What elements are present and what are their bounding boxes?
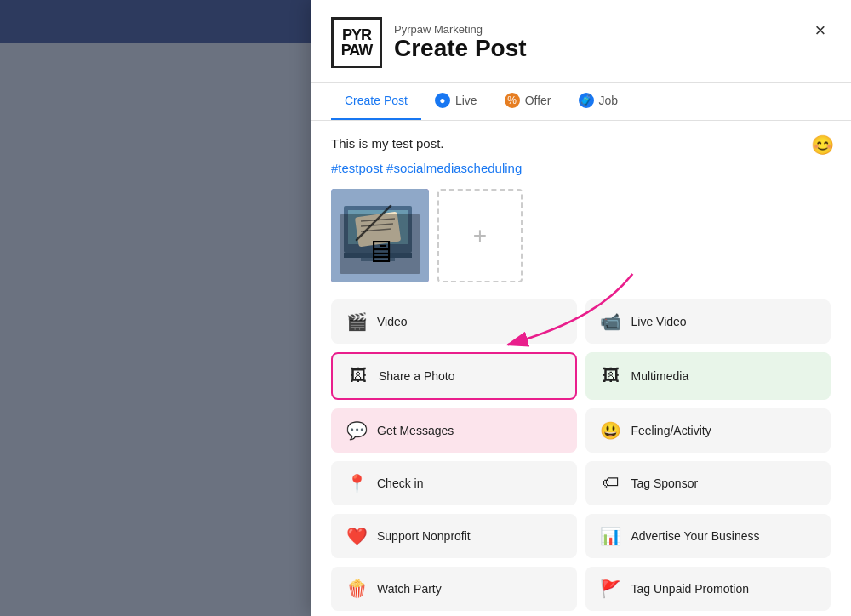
tag-sponsor-icon: 🏷: [599, 471, 623, 495]
tab-create-post-label: Create Post: [345, 94, 408, 107]
advertise-icon: 📊: [599, 524, 623, 548]
option-tag-sponsor-label: Tag Sponsor: [631, 476, 699, 490]
option-get-messages[interactable]: 💬 Get Messages: [331, 408, 577, 453]
svg-line-8: [361, 229, 391, 231]
tab-live-label: Live: [455, 94, 477, 107]
check-in-icon: 📍: [345, 471, 368, 495]
modal-title-block: Pyrpaw Marketing Create Post: [394, 23, 527, 62]
svg-line-6: [361, 219, 395, 221]
option-live-video-label: Live Video: [631, 315, 687, 328]
support-nonprofit-icon: ❤️: [345, 524, 368, 548]
tab-job[interactable]: 🧳 Job: [565, 83, 632, 120]
create-post-modal: PYR PAW Pyrpaw Marketing Create Post × C…: [311, 0, 851, 616]
option-feeling-activity[interactable]: 😃 Feeling/Activity: [585, 408, 831, 453]
watch-party-icon: 🍿: [345, 577, 368, 601]
add-icon: +: [473, 222, 487, 249]
brand-subtitle: Pyrpaw Marketing: [394, 23, 527, 36]
option-advertise[interactable]: 📊 Advertise Your Business: [585, 514, 831, 558]
photo-svg: [331, 189, 429, 282]
tab-live[interactable]: ● Live: [421, 83, 491, 120]
modal-body: 😊 This is my test post. #testpost #socia…: [311, 121, 851, 616]
job-tab-icon: 🧳: [579, 93, 594, 108]
live-tab-icon: ●: [435, 93, 450, 108]
multimedia-icon: 🖼: [599, 364, 623, 388]
option-multimedia-label: Multimedia: [631, 369, 689, 383]
option-feeling-label: Feeling/Activity: [631, 424, 711, 437]
option-share-photo[interactable]: 🖼 Share a Photo: [331, 352, 577, 400]
option-tag-unpaid[interactable]: 🚩 Tag Unpaid Promotion: [585, 567, 831, 611]
option-live-video[interactable]: 📹 Live Video: [585, 299, 831, 344]
tag-unpaid-icon: 🚩: [599, 577, 623, 601]
tab-offer-label: Offer: [525, 94, 551, 107]
option-support-nonprofit-label: Support Nonprofit: [377, 529, 471, 543]
option-advertise-label: Advertise Your Business: [631, 529, 760, 543]
feeling-icon: 😃: [599, 419, 623, 442]
option-get-messages-label: Get Messages: [377, 424, 454, 437]
tab-bar: Create Post ● Live % Offer 🧳 Job: [311, 83, 851, 121]
option-tag-sponsor[interactable]: 🏷 Tag Sponsor: [585, 461, 831, 505]
tab-offer[interactable]: % Offer: [491, 83, 565, 120]
svg-rect-3: [344, 253, 412, 258]
image-row: +: [331, 189, 831, 282]
share-photo-icon: 🖼: [346, 364, 370, 388]
get-messages-icon: 💬: [345, 419, 368, 442]
option-share-photo-label: Share a Photo: [379, 369, 455, 383]
brand-logo: PYR PAW: [331, 17, 382, 68]
option-support-nonprofit[interactable]: ❤️ Support Nonprofit: [331, 514, 577, 558]
close-button[interactable]: ×: [807, 17, 834, 44]
option-video-label: Video: [377, 315, 408, 328]
options-grid: 🎬 Video 📹 Live Video 🖼 Share a Photo 🖼 M…: [331, 299, 831, 611]
tab-create-post[interactable]: Create Post: [331, 83, 421, 120]
background-top: [0, 0, 311, 43]
background-left: [0, 0, 311, 616]
add-image-button[interactable]: +: [437, 189, 523, 282]
video-icon: 🎬: [345, 310, 368, 334]
svg-rect-5: [355, 211, 401, 247]
offer-tab-icon: %: [505, 93, 520, 108]
post-hashtags: #testpost #socialmediascheduling: [331, 161, 831, 175]
option-video[interactable]: 🎬 Video: [331, 299, 577, 344]
live-video-icon: 📹: [599, 310, 623, 334]
tab-job-label: Job: [599, 94, 619, 107]
option-check-in-label: Check in: [377, 476, 423, 490]
option-watch-party-label: Watch Party: [377, 582, 442, 596]
emoji-button[interactable]: 😊: [811, 134, 834, 157]
post-text: This is my test post.: [331, 134, 831, 154]
modal-title: Create Post: [394, 36, 527, 62]
svg-line-7: [361, 224, 393, 226]
svg-rect-2: [348, 210, 408, 244]
option-watch-party[interactable]: 🍿 Watch Party: [331, 567, 577, 611]
uploaded-image[interactable]: [331, 189, 429, 282]
modal-header: PYR PAW Pyrpaw Marketing Create Post ×: [311, 0, 851, 83]
option-tag-unpaid-label: Tag Unpaid Promotion: [631, 582, 750, 596]
svg-rect-4: [361, 258, 395, 261]
svg-rect-0: [331, 189, 429, 282]
option-check-in[interactable]: 📍 Check in: [331, 461, 577, 505]
option-multimedia[interactable]: 🖼 Multimedia: [585, 352, 831, 400]
